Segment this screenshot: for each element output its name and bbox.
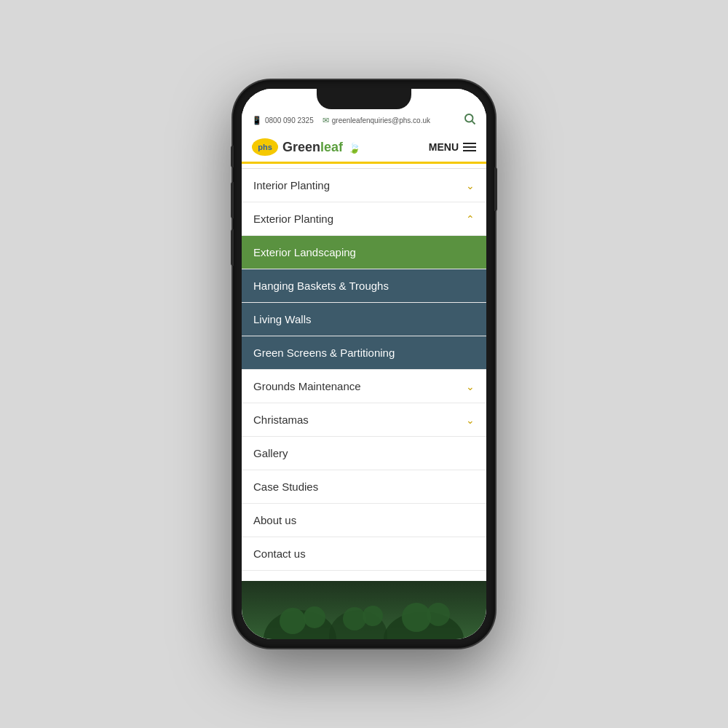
svg-point-6 (304, 606, 325, 628)
nav-label-grounds-maintenance: Grounds Maintenance (253, 380, 361, 392)
chevron-down-icon: ⌄ (466, 180, 475, 191)
hamburger-line-2 (463, 146, 476, 148)
phone-number: 0800 090 2325 (265, 116, 314, 124)
svg-line-1 (472, 121, 475, 124)
email-icon: ✉ (323, 116, 329, 125)
hamburger-line-3 (463, 150, 476, 151)
chevron-down-icon: ⌄ (466, 414, 475, 426)
nav-label-exterior-landscaping: Exterior Landscaping (253, 246, 356, 258)
mute-button (231, 146, 234, 167)
background-scene (242, 581, 486, 639)
nav-label-gallery: Gallery (253, 447, 288, 459)
power-button (494, 167, 497, 211)
phone-device: 📱 0800 090 2325 ✉ greenleafenquiries@phs… (233, 80, 495, 648)
nav-item-about-us[interactable]: About us (242, 504, 486, 537)
nav-label-case-studies: Case Studies (253, 480, 318, 493)
nav-label-contact-us: Contact us (253, 547, 306, 560)
navigation-menu: Interior Planting⌄Exterior Planting⌃Exte… (242, 169, 486, 581)
nav-label-interior-planting: Interior Planting (253, 179, 330, 191)
nav-item-grounds-maintenance[interactable]: Grounds Maintenance⌄ (242, 370, 486, 403)
plant-silhouette (242, 581, 486, 639)
nav-label-living-walls: Living Walls (253, 313, 311, 325)
hamburger-icon (463, 143, 476, 151)
phone-icon: 📱 (252, 116, 262, 125)
svg-point-8 (363, 606, 383, 626)
phs-text: phs (258, 143, 272, 151)
svg-point-7 (343, 607, 366, 630)
logo: phs Greenleaf 🍃 (252, 138, 360, 156)
phs-logo: phs (252, 138, 278, 156)
nav-item-interior-planting[interactable]: Interior Planting⌄ (242, 169, 486, 202)
volume-down-button (231, 229, 234, 266)
chevron-up-icon: ⌃ (466, 213, 475, 225)
menu-button[interactable]: MENU (429, 141, 476, 153)
menu-label: MENU (429, 141, 459, 153)
svg-point-10 (427, 603, 450, 626)
volume-up-button (231, 182, 234, 218)
phone-contact: 📱 0800 090 2325 (252, 116, 314, 125)
nav-label-christmas: Christamas (253, 414, 309, 426)
hamburger-line-1 (463, 143, 476, 144)
nav-item-christmas[interactable]: Christamas⌄ (242, 403, 486, 437)
nav-item-hanging-baskets[interactable]: Hanging Baskets & Troughs (242, 269, 486, 303)
contact-bar: 📱 0800 090 2325 ✉ greenleafenquiries@phs… (252, 112, 476, 128)
nav-item-case-studies[interactable]: Case Studies (242, 470, 486, 504)
nav-item-gallery[interactable]: Gallery (242, 437, 486, 470)
chevron-down-icon: ⌄ (466, 381, 475, 392)
brand-text: Green (282, 140, 320, 154)
nav-item-exterior-landscaping[interactable]: Exterior Landscaping (242, 236, 486, 269)
yellow-accent-line (242, 162, 486, 164)
brand-bar: phs Greenleaf 🍃 MENU (252, 134, 476, 162)
svg-point-5 (280, 608, 306, 634)
notch (317, 89, 411, 109)
nav-item-living-walls[interactable]: Living Walls (242, 303, 486, 336)
screen-content: 📱 0800 090 2325 ✉ greenleafenquiries@phs… (242, 89, 486, 639)
nav-label-exterior-planting: Exterior Planting (253, 213, 333, 225)
phone-screen: 📱 0800 090 2325 ✉ greenleafenquiries@phs… (242, 89, 486, 639)
nav-label-green-screens: Green Screens & Partitioning (253, 347, 395, 359)
nav-label-hanging-baskets: Hanging Baskets & Troughs (253, 280, 389, 292)
nav-label-about-us: About us (253, 514, 296, 526)
brand-name: Greenleaf 🍃 (282, 140, 360, 155)
email-contact: ✉ greenleafenquiries@phs.co.uk (323, 116, 430, 125)
search-button[interactable] (463, 112, 476, 128)
leaf-icon: 🍃 (348, 142, 360, 154)
svg-point-9 (402, 603, 431, 632)
nav-item-contact-us[interactable]: Contact us (242, 537, 486, 571)
email-address: greenleafenquiries@phs.co.uk (332, 116, 430, 124)
leaf-text: leaf (320, 140, 343, 154)
nav-item-green-screens[interactable]: Green Screens & Partitioning (242, 336, 486, 370)
svg-point-0 (465, 114, 473, 122)
contact-info: 📱 0800 090 2325 ✉ greenleafenquiries@phs… (252, 116, 430, 125)
nav-item-exterior-planting[interactable]: Exterior Planting⌃ (242, 202, 486, 236)
